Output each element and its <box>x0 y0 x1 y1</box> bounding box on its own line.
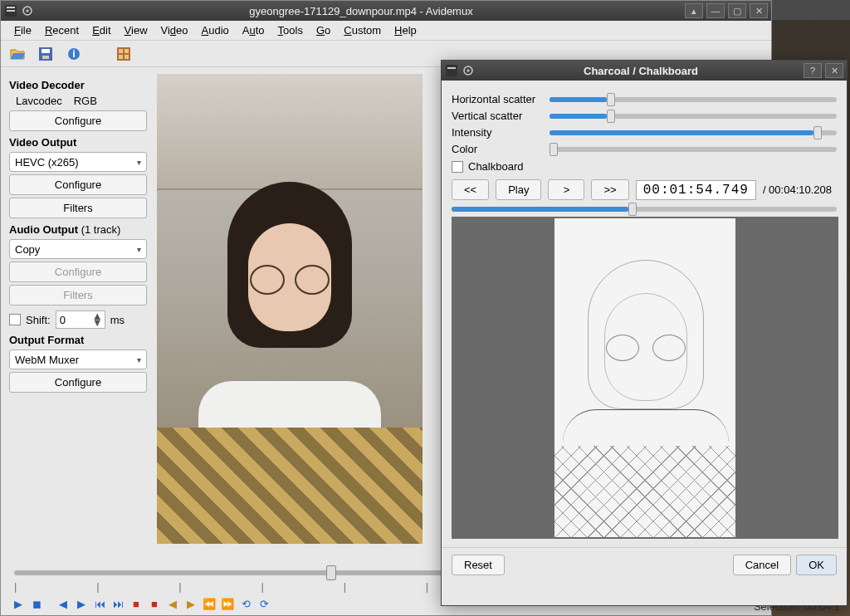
first-frame-icon[interactable]: ⏪ <box>202 596 217 611</box>
color-label: Color <box>452 143 550 155</box>
svg-rect-6 <box>42 49 50 53</box>
menu-help[interactable]: Help <box>388 22 423 39</box>
video-codec-select[interactable]: HEVC (x265) <box>9 152 147 172</box>
reset-button[interactable]: Reset <box>452 555 505 575</box>
set-a-icon[interactable]: ■ <box>129 596 144 611</box>
menu-edit[interactable]: Edit <box>85 22 117 39</box>
hscatter-label: Horizontal scatter <box>452 93 550 105</box>
preview-play-button[interactable]: Play <box>496 179 541 200</box>
window-title: gyeongree-171129_downpour.mp4 - Avidemux <box>37 5 685 17</box>
maximize-button[interactable]: ▢ <box>728 3 746 18</box>
chalkboard-label: Chalkboard <box>468 160 524 173</box>
menu-file[interactable]: File <box>7 22 38 39</box>
shift-unit: ms <box>110 314 125 326</box>
menubar: File Recent Edit View Video Audio Auto T… <box>1 21 771 41</box>
svg-point-4 <box>27 10 29 12</box>
menu-go[interactable]: Go <box>310 22 337 39</box>
preview-time-display[interactable]: 00:01:54.749 <box>636 180 756 200</box>
dialog-pin-icon[interactable] <box>462 64 475 77</box>
pin-icon[interactable] <box>21 4 34 17</box>
preview-seek-bar[interactable] <box>452 207 837 212</box>
menu-tools[interactable]: Tools <box>271 22 310 39</box>
color-slider[interactable] <box>550 147 837 152</box>
audio-mode-select[interactable]: Copy <box>9 239 147 259</box>
prev-black-icon[interactable]: ◀ <box>165 596 180 611</box>
shift-spinbox[interactable]: 0▲▼ <box>56 310 105 329</box>
info-button[interactable]: i <box>66 46 82 62</box>
main-titlebar: gyeongree-171129_downpour.mp4 - Avidemux… <box>1 1 771 21</box>
shift-checkbox[interactable] <box>9 314 21 325</box>
prev-frame-icon[interactable]: ◀ <box>56 596 71 611</box>
next-black-icon[interactable]: ▶ <box>183 596 198 611</box>
ok-button[interactable]: OK <box>796 555 837 575</box>
side-panel: Video Decoder Lavcodec RGB Configure Vid… <box>1 67 157 562</box>
last-frame-icon[interactable]: ⏩ <box>220 596 235 611</box>
menu-auto[interactable]: Auto <box>236 22 271 39</box>
decoder-configure-button[interactable]: Configure <box>9 110 147 131</box>
svg-rect-13 <box>119 55 123 59</box>
output-format-title: Output Format <box>9 334 149 346</box>
video-output-title: Video Output <box>9 136 149 149</box>
menu-custom[interactable]: Custom <box>337 22 388 39</box>
preview-area <box>452 217 838 539</box>
open-button[interactable] <box>9 46 26 62</box>
menu-video[interactable]: Video <box>154 22 195 39</box>
video-preview <box>157 74 423 544</box>
decoder-codec: Lavcodec <box>16 95 62 107</box>
back-1min-icon[interactable]: ⟲ <box>238 596 253 611</box>
vscatter-label: Vertical scatter <box>452 110 550 122</box>
app-icon <box>4 4 17 17</box>
dialog-titlebar: Charcoal / Chalkboard ? ✕ <box>442 61 847 81</box>
keep-above-button[interactable]: ▴ <box>685 3 703 18</box>
save-button[interactable] <box>37 46 54 62</box>
minimize-button[interactable]: — <box>706 3 725 18</box>
format-configure-button[interactable]: Configure <box>9 372 147 393</box>
svg-rect-15 <box>446 65 457 76</box>
video-filters-button[interactable]: Filters <box>9 198 147 218</box>
next-frame-icon[interactable]: ▶ <box>74 596 89 611</box>
vscatter-slider[interactable] <box>550 114 837 119</box>
svg-rect-16 <box>447 67 456 69</box>
svg-point-18 <box>467 70 470 72</box>
shift-label: Shift: <box>26 314 51 326</box>
play-icon[interactable]: ▶ <box>11 596 26 611</box>
svg-text:i: i <box>72 47 76 60</box>
preview-fwd-button[interactable]: >> <box>591 179 628 200</box>
intensity-label: Intensity <box>452 126 550 139</box>
filter-dialog: Charcoal / Chalkboard ? ✕ Horizontal sca… <box>441 60 848 606</box>
preview-step-button[interactable]: > <box>548 179 584 200</box>
hscatter-slider[interactable] <box>550 97 837 102</box>
next-keyframe-icon[interactable]: ⏭ <box>110 596 125 611</box>
dialog-title: Charcoal / Chalkboard <box>478 65 804 77</box>
preview-time-total: / 00:04:10.208 <box>763 183 832 196</box>
close-button[interactable]: ✕ <box>750 3 768 18</box>
menu-view[interactable]: View <box>118 22 154 39</box>
muxer-select[interactable]: WebM Muxer <box>9 350 147 369</box>
prev-keyframe-icon[interactable]: ⏮ <box>92 596 107 611</box>
audio-output-title: Audio Output (1 track) <box>9 223 149 236</box>
intensity-slider[interactable] <box>550 130 837 135</box>
cancel-button[interactable]: Cancel <box>733 555 791 575</box>
dialog-close-button[interactable]: ✕ <box>825 63 843 78</box>
svg-rect-1 <box>7 7 15 8</box>
dialog-app-icon <box>445 64 458 77</box>
preview-back-button[interactable]: << <box>452 179 489 200</box>
svg-rect-7 <box>42 56 49 59</box>
svg-rect-14 <box>125 55 129 59</box>
video-decoder-title: Video Decoder <box>9 79 149 91</box>
audio-filters-button: Filters <box>9 285 147 306</box>
dialog-help-button[interactable]: ? <box>804 63 822 78</box>
stop-icon[interactable]: ◼ <box>29 596 44 611</box>
audio-configure-button: Configure <box>9 262 147 282</box>
menu-recent[interactable]: Recent <box>38 22 85 39</box>
svg-rect-12 <box>125 49 129 53</box>
svg-rect-11 <box>119 49 123 53</box>
filter-preview-image <box>554 218 735 537</box>
fwd-1min-icon[interactable]: ⟳ <box>256 596 271 611</box>
menu-audio[interactable]: Audio <box>195 22 236 39</box>
set-b-icon[interactable]: ■ <box>147 596 162 611</box>
svg-rect-2 <box>7 10 15 12</box>
chalkboard-checkbox[interactable] <box>452 161 463 173</box>
calculator-button[interactable] <box>115 46 132 62</box>
video-configure-button[interactable]: Configure <box>9 174 147 195</box>
